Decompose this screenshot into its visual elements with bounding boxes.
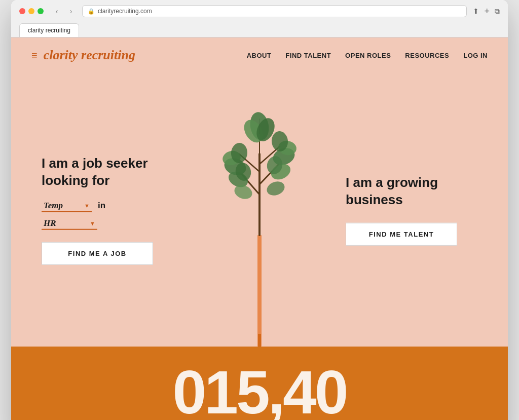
hamburger-icon[interactable]: ≡: [31, 50, 38, 61]
nav-open-roles[interactable]: OPEN ROLES: [345, 52, 391, 59]
website: ≡ clarity recruiting ABOUT FIND TALENT O…: [11, 37, 508, 420]
traffic-lights: [19, 8, 44, 14]
share-icon[interactable]: ⬆: [473, 7, 479, 15]
job-type-select[interactable]: Temp Full-time Part-time Contract: [42, 199, 92, 212]
minimize-button[interactable]: [28, 8, 34, 14]
url-text: clarityrecruiting.com: [98, 8, 152, 15]
in-label: in: [98, 201, 105, 211]
site-nav: ≡ clarity recruiting ABOUT FIND TALENT O…: [11, 37, 508, 73]
lock-icon: 🔒: [88, 8, 95, 15]
stats-numbers: 015,40: [172, 362, 346, 420]
job-type-row: Temp Full-time Part-time Contract in: [42, 199, 173, 212]
tabs-icon[interactable]: ⧉: [495, 7, 500, 16]
job-seeker-panel: I am a job seeker looking for Temp Full-…: [42, 155, 173, 265]
site-logo[interactable]: clarity recruiting: [44, 48, 135, 63]
back-button[interactable]: ‹: [52, 6, 62, 16]
nav-about[interactable]: ABOUT: [247, 52, 272, 59]
new-tab-icon[interactable]: +: [484, 6, 490, 17]
address-bar[interactable]: 🔒 clarityrecruiting.com: [82, 5, 467, 17]
svg-rect-2: [258, 334, 261, 347]
business-title: I am a growing business: [346, 174, 467, 209]
nav-links: ABOUT FIND TALENT OPEN ROLES RESOURCES L…: [247, 51, 488, 60]
job-field-select[interactable]: HR Marketing Finance Operations Tech Adm…: [42, 217, 97, 230]
nav-resources[interactable]: RESOURCES: [405, 52, 449, 59]
maximize-button[interactable]: [38, 8, 44, 14]
browser-nav: ‹ ›: [52, 6, 76, 16]
nav-find-talent[interactable]: FIND TALENT: [285, 52, 331, 59]
forward-button[interactable]: ›: [66, 6, 76, 16]
hero-section: I am a job seeker looking for Temp Full-…: [11, 73, 508, 347]
job-type-select-wrapper: Temp Full-time Part-time Contract: [42, 199, 92, 212]
browser-titlebar: ‹ › 🔒 clarityrecruiting.com ⬆ + ⧉: [19, 5, 500, 17]
browser-window: ‹ › 🔒 clarityrecruiting.com ⬆ + ⧉ clarit…: [11, 0, 508, 420]
find-me-job-button[interactable]: FIND ME A JOB: [42, 242, 153, 264]
plant-svg: [214, 93, 305, 347]
job-seeker-title: I am a job seeker looking for: [42, 155, 173, 189]
job-field-row: HR Marketing Finance Operations Tech Adm…: [42, 217, 173, 230]
job-field-select-wrapper: HR Marketing Finance Operations Tech Adm…: [42, 217, 97, 230]
plant-illustration: [209, 73, 310, 347]
browser-actions: ⬆ + ⧉: [473, 6, 500, 17]
nav-log-in[interactable]: LOG IN: [463, 52, 488, 59]
business-panel: I am a growing business FIND ME TALENT: [346, 174, 467, 246]
browser-chrome: ‹ › 🔒 clarityrecruiting.com ⬆ + ⧉ clarit…: [11, 0, 508, 37]
close-button[interactable]: [19, 8, 25, 14]
svg-point-23: [265, 179, 287, 198]
browser-tab[interactable]: clarity recruiting: [19, 23, 79, 37]
stats-section: 015,40: [11, 347, 508, 420]
svg-rect-0: [257, 235, 262, 347]
find-me-talent-button[interactable]: FIND ME TALENT: [346, 222, 457, 245]
nav-left: ≡ clarity recruiting: [31, 48, 135, 63]
